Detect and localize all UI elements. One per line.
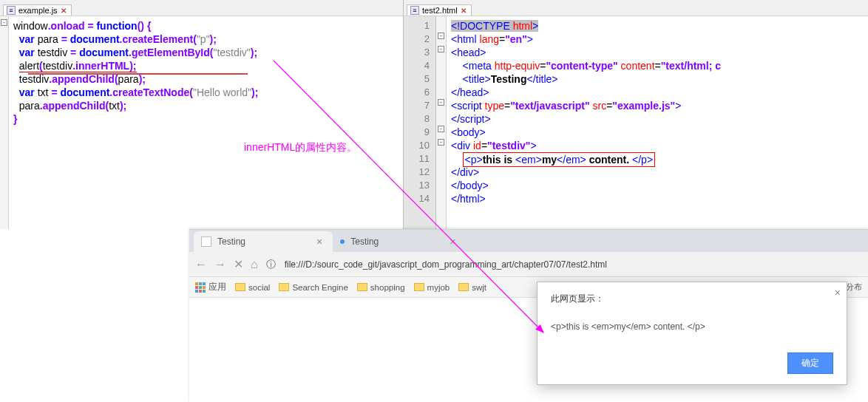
left-editor-pane: ≡ example.js ✕ - window.onload = functio… [0,0,404,229]
file-icon: ≡ [7,6,16,15]
browser-tab-title: Testing [350,236,379,247]
left-tab-bar: ≡ example.js ✕ [0,0,403,16]
folder-icon [235,283,245,291]
loading-dot-icon [340,239,345,244]
line-number-gutter: 1234567891011121314 [404,16,436,229]
back-button[interactable]: ← [195,258,207,271]
fold-toggle-icon[interactable]: - [438,99,444,106]
apps-button[interactable]: 应用 [195,282,226,293]
browser-window: Testing × Testing × ← → ✕ ⌂ ⓘ file:///D:… [189,229,868,402]
fold-toggle-icon[interactable]: - [1,19,7,26]
bookmark-label: social [248,283,270,292]
bookmark-folder[interactable]: Search Engine [279,283,347,292]
bookmark-label: shopping [370,283,405,292]
apps-grid-icon [195,282,206,293]
fold-toggle-icon[interactable]: - [438,33,444,39]
url-field[interactable]: file:///D:/sourc_code_git/javascript_dom… [285,259,607,270]
fold-gutter: ----- [436,16,447,229]
bookmark-label: Search Engine [292,283,347,292]
ok-button[interactable]: 确定 [787,352,833,374]
close-icon[interactable]: × [316,236,322,248]
fold-toggle-icon[interactable]: - [438,139,444,146]
close-icon[interactable]: ✕ [61,7,67,15]
bookmark-folder[interactable]: swjt [458,283,486,292]
close-icon[interactable]: ✕ [461,7,467,15]
stop-button[interactable]: ✕ [234,257,243,271]
alert-dialog: × 此网页显示： <p>this is <em>my</em> content.… [537,282,847,385]
annotation-text: innerHTML的属性内容。 [244,140,357,154]
code-lines[interactable]: window.onload = function() { var para = … [9,16,262,229]
address-bar: ← → ✕ ⌂ ⓘ file:///D:/sourc_code_git/java… [189,252,868,277]
dialog-message: <p>this is <em>my</em> content. </p> [551,321,833,332]
forward-button[interactable]: → [214,258,226,271]
browser-tab-2[interactable]: Testing × [333,231,466,252]
fold-toggle-icon[interactable]: - [438,126,444,132]
bookmark-folder[interactable]: myjob [414,283,450,292]
code-lines[interactable]: <!DOCTYPE html><html lang="en"><head> <m… [447,16,725,229]
close-icon[interactable]: × [835,287,841,299]
bookmark-folder[interactable]: social [235,283,270,292]
home-button[interactable]: ⌂ [251,258,258,271]
tab-example-js[interactable]: ≡ example.js ✕ [3,4,72,16]
folder-icon [357,283,367,291]
fold-toggle-icon[interactable]: - [438,46,444,52]
fold-gutter: - [0,16,9,229]
bookmark-label: swjt [472,283,486,292]
bookmark-folder[interactable]: shopping [357,283,405,292]
bookmark-label: myjob [427,283,450,292]
right-tab-bar: ≡ test2.html ✕ [404,0,868,16]
tab-label: example.js [18,6,58,15]
browser-tab-strip: Testing × Testing × [189,230,868,252]
bookmark-overflow[interactable]: 分布 [846,282,862,293]
right-editor-pane: ≡ test2.html ✕ 1234567891011121314 -----… [404,0,868,229]
folder-icon [458,283,469,291]
dialog-title: 此网页显示： [551,293,833,305]
tab-label: test2.html [422,6,458,15]
folder-icon [414,283,424,291]
browser-tab-title: Testing [217,236,245,247]
left-code-area[interactable]: - window.onload = function() { var para … [0,16,403,229]
tab-test2-html[interactable]: ≡ test2.html ✕ [407,4,472,16]
file-icon: ≡ [410,6,419,15]
right-code-area[interactable]: 1234567891011121314 ----- <!DOCTYPE html… [404,16,868,229]
close-icon[interactable]: × [450,236,455,248]
info-icon[interactable]: ⓘ [265,259,277,270]
folder-icon [279,283,289,291]
apps-label: 应用 [208,282,226,293]
browser-tab-1[interactable]: Testing × [194,231,333,252]
favicon-icon [201,236,211,247]
